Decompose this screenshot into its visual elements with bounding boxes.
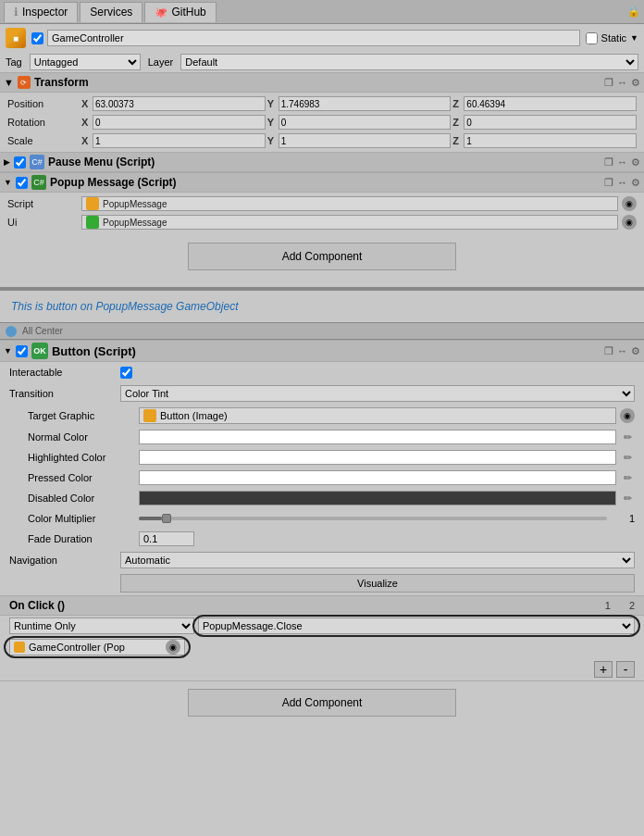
unity-cube-icon: ■ <box>6 28 26 48</box>
button-copy-icon[interactable]: ❐ <box>604 345 613 357</box>
pause-menu-copy-icon[interactable]: ❐ <box>604 156 613 168</box>
pressed-color-label: Pressed Color <box>28 472 139 483</box>
popup-message-expand-arrow[interactable]: ▼ <box>4 178 12 187</box>
minus-button[interactable]: - <box>616 661 635 678</box>
button-settings-icon[interactable]: ⚙ <box>631 345 640 357</box>
normal-color-bar[interactable] <box>139 430 616 444</box>
disabled-color-row: Disabled Color ✏ <box>0 488 644 508</box>
button-script-icon: OK <box>31 343 48 359</box>
tab-services[interactable]: Services <box>80 2 142 22</box>
rotation-x-field: X <box>81 115 266 130</box>
transition-value: Color Tint <box>120 385 635 402</box>
position-z-label: Z <box>452 98 464 109</box>
bottom-top-bar: All Center <box>0 323 644 340</box>
disabled-color-bar[interactable] <box>139 491 616 505</box>
separator-text: This is button on PopupMessage GameObjec… <box>11 300 238 313</box>
pause-menu-arrow-icon[interactable]: ↔ <box>617 156 627 168</box>
runtime-dropdown[interactable]: Runtime Only <box>9 618 194 634</box>
bottom-panel: All Center ▼ OK Button (Script) ❐ ↔ ⚙ In… <box>0 322 644 724</box>
tab-github[interactable]: 🐙 GitHub <box>144 2 216 22</box>
transform-arrow-icon[interactable]: ↔ <box>617 77 627 88</box>
rotation-x-input[interactable] <box>93 115 266 130</box>
position-y-input[interactable] <box>279 96 452 111</box>
object-active-checkbox[interactable] <box>31 32 43 44</box>
rotation-z-input[interactable] <box>464 115 637 130</box>
position-x-input[interactable] <box>93 96 266 111</box>
transition-dropdown[interactable]: Color Tint <box>120 385 635 402</box>
script-value-icon <box>86 197 99 210</box>
disabled-color-pencil-icon[interactable]: ✏ <box>620 491 635 505</box>
ui-circle-btn[interactable]: ◉ <box>622 215 637 230</box>
navigation-dropdown[interactable]: Automatic <box>120 552 635 568</box>
function-dropdown[interactable]: PopupMessage.Close <box>198 618 635 634</box>
fade-duration-input[interactable] <box>139 531 194 546</box>
pause-menu-expand-arrow[interactable]: ▶ <box>4 157 10 167</box>
normal-color-pencil-icon[interactable]: ✏ <box>620 430 635 444</box>
position-z-input[interactable] <box>464 96 637 111</box>
gc-field-text: GameController (Pop <box>29 642 125 653</box>
popup-message-checkbox[interactable] <box>16 177 28 189</box>
ui-value-text: PopupMessage <box>103 218 167 228</box>
static-row: Static ▼ <box>586 32 638 44</box>
plus-button[interactable]: + <box>594 661 613 678</box>
pause-menu-icon: C# <box>30 155 44 169</box>
scale-x-input[interactable] <box>93 133 266 148</box>
scale-z-input[interactable] <box>464 133 637 148</box>
static-dropdown-arrow[interactable]: ▼ <box>630 33 638 43</box>
static-checkbox[interactable] <box>586 32 598 44</box>
normal-color-row: Normal Color ✏ <box>0 427 644 447</box>
transform-collapse-arrow[interactable]: ▼ <box>4 77 14 88</box>
tag-select[interactable]: Untagged <box>30 54 141 70</box>
pause-menu-checkbox[interactable] <box>14 156 26 168</box>
visualize-button[interactable]: Visualize <box>120 574 635 593</box>
fade-duration-value <box>139 531 635 546</box>
rotation-y-input[interactable] <box>279 115 452 130</box>
pressed-color-value: ✏ <box>139 470 635 485</box>
rotation-y-field: Y <box>267 115 452 130</box>
tag-label: Tag <box>6 56 22 68</box>
color-multiplier-slider-track[interactable] <box>139 517 607 520</box>
script-value-field: PopupMessage <box>81 196 618 211</box>
pressed-color-pencil-icon[interactable]: ✏ <box>620 470 635 485</box>
highlighted-color-pencil-icon[interactable]: ✏ <box>620 450 635 465</box>
top-add-component-row: Add Component <box>0 233 644 280</box>
script-row: Script PopupMessage ◉ <box>0 194 644 213</box>
scale-y-input[interactable] <box>279 133 452 148</box>
tag-layer-row: Tag Untagged Layer Default <box>0 52 644 72</box>
target-graphic-circle-btn[interactable]: ◉ <box>620 408 635 423</box>
lock-icon[interactable]: 🔒 <box>627 6 640 18</box>
interactable-checkbox[interactable] <box>120 367 132 379</box>
button-arrow-icon[interactable]: ↔ <box>617 345 627 356</box>
gc-circle-btn[interactable]: ◉ <box>166 640 180 655</box>
highlighted-color-bar[interactable] <box>139 450 616 465</box>
transform-settings-icon[interactable]: ⚙ <box>631 77 640 89</box>
transition-label: Transition <box>9 388 120 399</box>
color-multiplier-slider-value: 1 <box>613 513 635 524</box>
scale-fields: X Y Z <box>81 133 637 148</box>
pressed-color-bar[interactable] <box>139 470 616 485</box>
popup-message-copy-icon[interactable]: ❐ <box>604 177 613 189</box>
color-multiplier-slider-thumb[interactable] <box>162 514 171 523</box>
highlighted-color-value: ✏ <box>139 450 635 465</box>
button-script-checkbox[interactable] <box>16 345 28 357</box>
transform-copy-icon[interactable]: ❐ <box>604 77 613 89</box>
tab-inspector[interactable]: ℹ Inspector <box>4 2 78 22</box>
pause-menu-settings-icon[interactable]: ⚙ <box>631 156 640 168</box>
popup-message-settings-icon[interactable]: ⚙ <box>631 177 640 189</box>
object-name-input[interactable] <box>47 30 580 46</box>
top-add-component-button[interactable]: Add Component <box>188 243 456 270</box>
popup-message-header: ▼ C# Popup Message (Script) ❐ ↔ ⚙ <box>0 172 644 193</box>
script-circle-btn[interactable]: ◉ <box>622 196 637 211</box>
layer-select[interactable]: Default <box>180 54 638 70</box>
pause-menu-section-icons: ❐ ↔ ⚙ <box>604 156 640 168</box>
button-collapse-arrow[interactable]: ▼ <box>4 346 12 356</box>
disabled-color-value: ✏ <box>139 491 635 505</box>
bottom-add-component-button[interactable]: Add Component <box>188 689 456 717</box>
scale-x-field: X <box>81 133 266 148</box>
top-panel: ℹ Inspector Services 🐙 GitHub 🔒 ■ Static… <box>0 0 644 289</box>
position-row: Position X Y Z <box>0 94 644 113</box>
tab-bar: ℹ Inspector Services 🐙 GitHub 🔒 <box>0 0 644 24</box>
popup-message-arrow-icon[interactable]: ↔ <box>617 177 627 188</box>
highlighted-color-label: Highlighted Color <box>28 452 139 463</box>
bottom-top-bar-text: All Center <box>22 326 63 336</box>
